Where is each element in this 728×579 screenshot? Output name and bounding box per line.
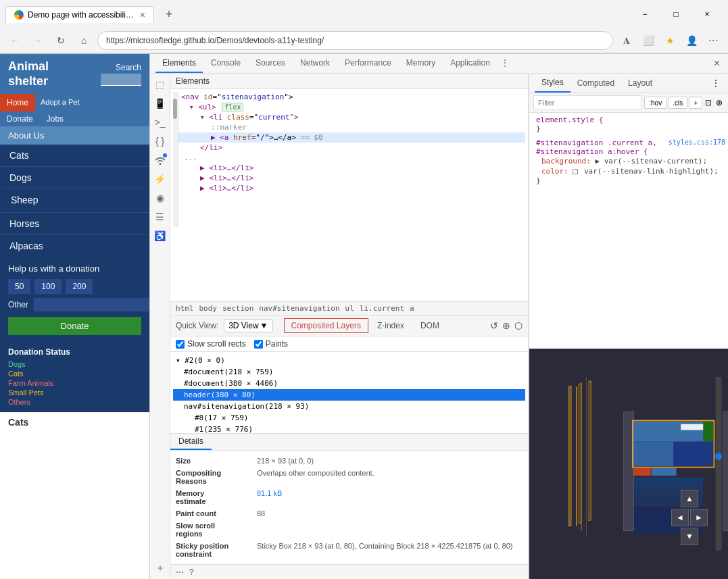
cls-button[interactable]: .cls <box>668 97 687 109</box>
address-bar[interactable]: https://microsoftedge.github.io/Demos/de… <box>97 31 613 50</box>
other-amount-input[interactable] <box>34 298 150 311</box>
dom-line-5[interactable]: ▶ <a href="/">…</a> == $0 <box>178 132 525 143</box>
minimize-button[interactable]: − <box>629 4 660 24</box>
layer-doc2[interactable]: #document(380 × 4406) <box>173 378 525 389</box>
tab-z-index[interactable]: Z-index <box>370 318 412 333</box>
animal-item-horses[interactable]: Horses <box>0 212 149 234</box>
dom-line-more[interactable]: ... <box>178 153 525 163</box>
maximize-button[interactable]: □ <box>660 4 691 24</box>
search-input[interactable] <box>101 74 141 86</box>
styles-tab-computed[interactable]: Computed <box>571 74 621 92</box>
memory-icon[interactable]: ◉ <box>152 190 168 206</box>
devtools-close-icon[interactable]: × <box>711 57 723 70</box>
styles-expand-icon[interactable]: ⋮ <box>709 76 723 91</box>
browser-tab[interactable]: Demo page with accessibility iss × <box>5 6 154 23</box>
tab-dom[interactable]: DOM <box>413 318 447 333</box>
layer-header[interactable]: header(380 × 80) <box>173 389 525 401</box>
layer-root[interactable]: ▾ #2(0 × 0) <box>173 355 525 366</box>
nav-home-link[interactable]: Home <box>0 94 35 111</box>
add-rule-button[interactable]: + <box>689 97 702 109</box>
nav-left-button[interactable]: ◄ <box>671 509 689 526</box>
dom-line-3[interactable]: ▾ <li class="current"> <box>178 112 525 122</box>
wifi-icon[interactable] <box>152 152 168 168</box>
css-selector-nav2[interactable]: #sitenavigation a:hover { <box>536 147 725 156</box>
devtools-tab-memory[interactable]: Memory <box>399 54 442 73</box>
home-button[interactable]: ⌂ <box>74 31 93 50</box>
breadcrumb-body[interactable]: body <box>199 304 218 313</box>
dom-line-1[interactable]: <nav id="sitenavigation"> <box>178 92 525 102</box>
nav-down-button[interactable]: ▼ <box>681 528 698 545</box>
breadcrumb-nav[interactable]: nav#sitenavigation <box>259 304 339 313</box>
devtools-tab-elements[interactable]: Elements <box>155 54 203 73</box>
dom-line-8[interactable]: ▶ <li>…</li> <box>178 173 525 183</box>
read-aloud-icon[interactable]: 𝐀 <box>617 31 636 50</box>
amount-200-button[interactable]: 200 <box>66 279 93 294</box>
breadcrumb-ul[interactable]: ul <box>345 304 354 313</box>
css-selector-nav1[interactable]: #sitenavigation .current a, styles.css:1… <box>536 139 725 147</box>
styles-filter-input[interactable] <box>533 95 641 110</box>
bottom-help-icon[interactable]: ? <box>189 568 194 577</box>
refresh-layers-icon[interactable]: ↺ <box>490 320 498 331</box>
profile-icon[interactable]: 👤 <box>682 31 701 50</box>
target-icon[interactable]: ⊕ <box>502 320 510 331</box>
breadcrumb-html[interactable]: html <box>176 304 194 313</box>
app-icon[interactable]: ☰ <box>152 209 168 225</box>
dom-line-9[interactable]: ▶ <li>…</li> <box>178 183 525 193</box>
css-prop-color[interactable]: color: var(--sitenav-link-highlight); <box>536 166 725 176</box>
sources2-icon[interactable]: { } <box>152 133 168 149</box>
settings-icon[interactable]: ⋯ <box>704 31 723 50</box>
slow-scroll-rects-label[interactable]: Slow scroll rects <box>176 339 246 349</box>
styles-tab-layout[interactable]: Layout <box>621 74 659 92</box>
paints-label[interactable]: Paints <box>254 339 288 349</box>
nav-right-button[interactable]: ► <box>690 509 708 526</box>
bottom-menu-icon[interactable]: ⋯ <box>176 568 184 577</box>
layer-nav[interactable]: nav#sitenavigation(218 × 93) <box>173 401 525 412</box>
tab-close-icon[interactable]: × <box>140 9 145 20</box>
devtools-more-tabs[interactable]: ⋮ <box>498 54 512 73</box>
animal-item-dogs[interactable]: Dogs <box>0 166 149 188</box>
animal-item-alpacas[interactable]: Alpacas <box>0 234 149 257</box>
nav-up-button[interactable]: ▲ <box>681 490 698 507</box>
nav-jobs-link[interactable]: Jobs <box>40 111 70 126</box>
nav-adopt-link[interactable]: Adopt a Pet <box>35 94 85 111</box>
nav-donate-link[interactable]: Donate <box>0 111 40 126</box>
dom-line-7[interactable]: ▶ <li>…</li> <box>178 163 525 173</box>
styles-icon1[interactable]: ⊡ <box>704 97 713 109</box>
breadcrumb-section[interactable]: section <box>222 304 253 313</box>
back-button[interactable]: ← <box>5 31 24 50</box>
devtools-tab-performance[interactable]: Performance <box>338 54 398 73</box>
layer-doc1[interactable]: #document(218 × 759) <box>173 366 525 378</box>
css-selector-element[interactable]: element.style { <box>536 116 725 124</box>
styles-tab-styles[interactable]: Styles <box>535 74 571 93</box>
devtools-tab-sources[interactable]: Sources <box>249 54 292 73</box>
quick-view-dropdown[interactable]: 3D View ▼ <box>224 319 272 332</box>
dom-line-6[interactable]: </li> <box>178 143 525 153</box>
css-prop-background[interactable]: background: ▶ var(--sitenav-current); <box>536 156 725 166</box>
animal-item-cats[interactable]: Cats <box>0 145 149 166</box>
devtools-tab-network[interactable]: Network <box>293 54 337 73</box>
slow-scroll-rects-checkbox[interactable] <box>176 340 185 349</box>
refresh-button[interactable]: ↻ <box>51 31 70 50</box>
breadcrumb-li[interactable]: li.current <box>360 304 404 313</box>
dom-line-4[interactable]: ::marker <box>178 122 525 132</box>
add-icon[interactable]: ＋ <box>152 560 168 576</box>
layer-1[interactable]: #1(235 × 776) <box>173 424 525 433</box>
hov-button[interactable]: :hov <box>644 97 666 109</box>
donate-button[interactable]: Donate <box>8 317 141 335</box>
breadcrumb-a[interactable]: a <box>410 304 414 313</box>
css-source-link[interactable]: styles.css:178 <box>669 139 725 146</box>
close-button[interactable]: × <box>691 4 723 24</box>
dom-scroll-thumb[interactable] <box>173 99 177 119</box>
layer-8[interactable]: #8(17 × 759) <box>173 412 525 424</box>
performance-icon[interactable]: ⚡ <box>152 171 168 187</box>
devtools-tab-console[interactable]: Console <box>204 54 247 73</box>
paints-checkbox[interactable] <box>254 340 263 349</box>
about-us-link[interactable]: About Us <box>0 126 149 145</box>
amount-50-button[interactable]: 50 <box>8 279 30 294</box>
details-tab[interactable]: Details <box>170 434 212 450</box>
favorites-icon[interactable]: ★ <box>660 31 679 50</box>
devtools-tab-application[interactable]: Application <box>443 54 497 73</box>
cursor-icon[interactable]: ⬚ <box>152 76 168 93</box>
styles-icon2[interactable]: ⊕ <box>714 97 724 109</box>
dom-line-2[interactable]: ▾ <ul> flex <box>178 102 525 112</box>
